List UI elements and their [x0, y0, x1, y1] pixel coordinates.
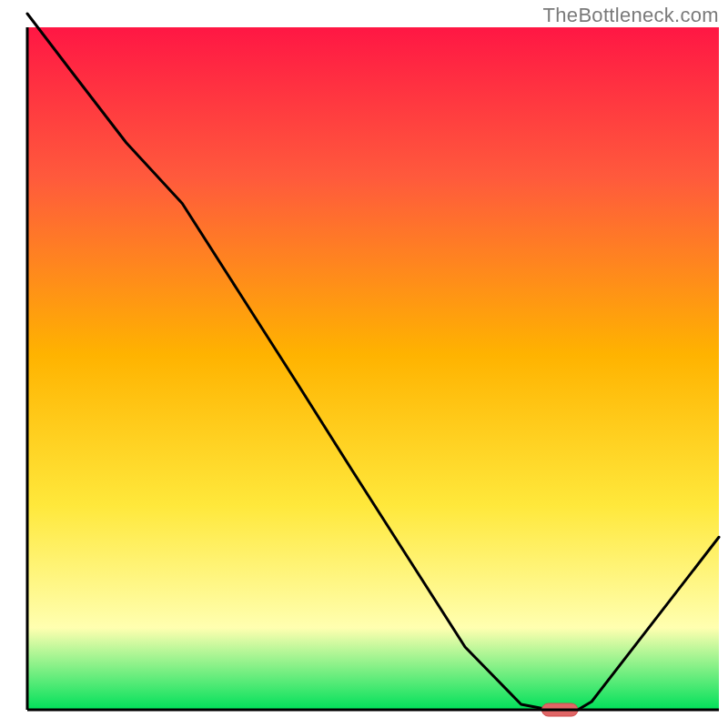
bottleneck-chart [0, 0, 728, 728]
chart-container: TheBottleneck.com [0, 0, 728, 728]
plot-background [27, 27, 719, 710]
watermark-text: TheBottleneck.com [543, 4, 719, 27]
